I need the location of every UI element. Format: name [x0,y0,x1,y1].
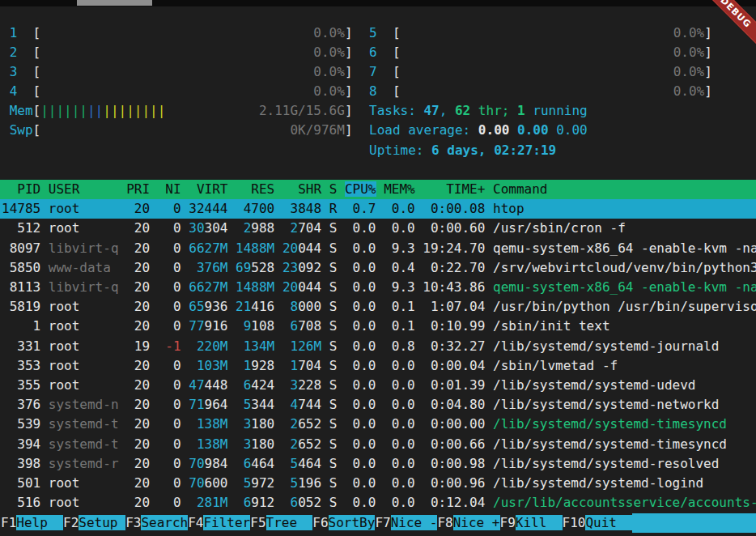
cell-virt: 65 [189,299,204,314]
cell-pid: 353 [2,358,40,373]
fkey-label: Filter [203,515,250,530]
cell-virt: 600 [205,475,228,491]
process-row[interactable]: 353 root 20 0 103M 1928 1704 S 0.0 0.0 0… [0,356,756,376]
cell-mem-percent: 0.0 [384,436,415,452]
column-header-time[interactable]: TIME+ [423,181,485,197]
mem-meter: Mem[|||||||||||||||| 2.11G/15.6G] [2,101,353,121]
column-header-pid[interactable]: PID [2,181,40,197]
fkey-f8[interactable]: F8Nice + [437,513,499,533]
gap [274,456,282,471]
column-header-ni[interactable]: NI [158,181,181,197]
cpu-meter-label: 3 [10,64,18,79]
column-header-user[interactable]: USER [49,181,119,197]
cell-state: S [329,260,338,275]
cell-state: S [329,475,338,491]
cell-shr: 848 [298,201,321,216]
gap [376,279,384,295]
fkey-key: F3 [125,515,141,530]
fkey-key: F8 [437,515,452,530]
process-row[interactable]: 376 systemd-n 20 0 71964 5344 4744 S 0.0… [0,395,756,415]
cpu-meter-value: 0.0% [401,83,705,99]
meter-bracket-open: [ [377,25,401,40]
gap [40,279,49,295]
swap-meter: Swp[ 0K/976M] [2,121,353,140]
gap [376,475,384,491]
process-row[interactable]: 539 systemd-t 20 0 138M 3180 2652 S 0.0 … [0,415,756,434]
cell-command: /lib/systemd/systemd-udevd [493,377,695,393]
process-row[interactable]: 512 root 20 0 30304 2988 2704 S 0.0 0.0 … [0,219,756,238]
column-header-s[interactable]: S [329,181,338,197]
cell-cpu-percent: 0.0 [345,260,376,275]
cell-shr: 708 [298,318,321,334]
cell-time: 0:00.98 [423,456,485,471]
gap [181,358,189,373]
process-row[interactable]: 5850 www-data 20 0 376M 69528 23092 S 0.… [0,258,756,278]
cell-command: /lib/systemd/systemd-journald [493,338,719,354]
cell-res: 424 [251,377,274,393]
cell-nice: 0 [158,279,181,295]
gap [181,201,189,216]
gap [40,456,49,471]
process-row[interactable]: 355 root 20 0 47448 6424 3228 S 0.0 0.0 … [0,376,756,395]
fkey-f2[interactable]: F2Setup [63,513,125,533]
gap [337,240,345,256]
gap [119,279,127,295]
cell-pid: 398 [2,456,40,471]
cell-state: S [329,416,338,432]
cell-pid: 539 [2,416,40,432]
cpu-meter-label: 6 [369,45,377,60]
gap [274,299,282,314]
cell-res: 988 [251,220,274,236]
fkey-label: Kill [516,515,563,530]
header-gap [415,181,423,197]
header-gap [40,181,49,197]
column-header-res[interactable]: RES [236,181,274,197]
process-row[interactable]: 501 root 20 0 70600 5972 5196 S 0.0 0.0 … [0,474,756,493]
column-header-cpu[interactable]: CPU% [345,181,376,197]
cell-time: 0:00.00 [423,416,485,432]
cell-virt: 77 [189,318,204,334]
column-header-command[interactable]: Command [493,181,756,197]
column-header-mem[interactable]: MEM% [384,181,415,197]
column-header-pri[interactable]: PRI [126,181,150,197]
cell-shr: 052 [298,495,321,510]
fkey-f7[interactable]: F7Nice - [375,513,437,533]
column-header-virt[interactable]: VIRT [189,181,227,197]
fkey-f6[interactable]: F6SortBy [312,513,375,533]
gap [150,240,158,256]
cell-priority: 20 [126,299,150,314]
cell-priority: 20 [126,436,150,452]
gap [181,436,189,452]
cell-pid: 5850 [2,260,40,275]
cell-cpu-percent: 0.0 [345,318,376,334]
top-tab-indicator [77,0,152,6]
fkey-f10[interactable]: F10Quit [563,513,633,533]
fkey-f9[interactable]: F9Kill [500,513,563,533]
process-row[interactable]: 398 systemd-r 20 0 70984 6464 5464 S 0.0… [0,454,756,474]
cell-user: root [49,338,119,354]
fkey-f1[interactable]: F1Help [1,513,63,533]
cpu-meter-value: 0.0% [401,45,705,60]
process-row[interactable]: 516 root 20 0 281M 6912 6052 S 0.0 0.0 0… [0,493,756,513]
cell-virt: 220M [189,338,227,354]
gap [415,220,423,236]
cell-virt: 70 [189,456,204,471]
process-row[interactable]: 331 root 19 -1 220M 134M 126M S 0.0 0.8 … [0,337,756,356]
fkey-f5[interactable]: F5Tree [250,513,312,533]
process-row[interactable]: 14785 root 20 0 32444 4700 3848 R 0.7 0.… [0,199,756,219]
gap [150,456,158,471]
gap [321,240,329,256]
process-row[interactable]: 8113 libvirt-q 20 0 6627M 1488M 20044 S … [0,278,756,297]
process-row[interactable]: 8097 libvirt-q 20 0 6627M 1488M 20044 S … [0,239,756,258]
cell-shr: 5 [282,475,298,491]
fkey-f4[interactable]: F4Filter [188,513,250,533]
process-row[interactable]: 394 systemd-t 20 0 138M 3180 2652 S 0.0 … [0,435,756,454]
fkey-f3[interactable]: F3Search [125,513,188,533]
gap [485,299,493,314]
process-row[interactable]: 5819 root 20 0 65936 21416 8000 S 0.0 0.… [0,297,756,317]
fkey-key: F1 [1,515,16,530]
column-header-shr[interactable]: SHR [282,181,321,197]
gap [181,318,189,334]
process-row[interactable]: 1 root 20 0 77916 9108 6708 S 0.0 0.1 0:… [0,317,756,336]
cpu-meter-2: 2 [ 0.0%] [2,43,353,62]
